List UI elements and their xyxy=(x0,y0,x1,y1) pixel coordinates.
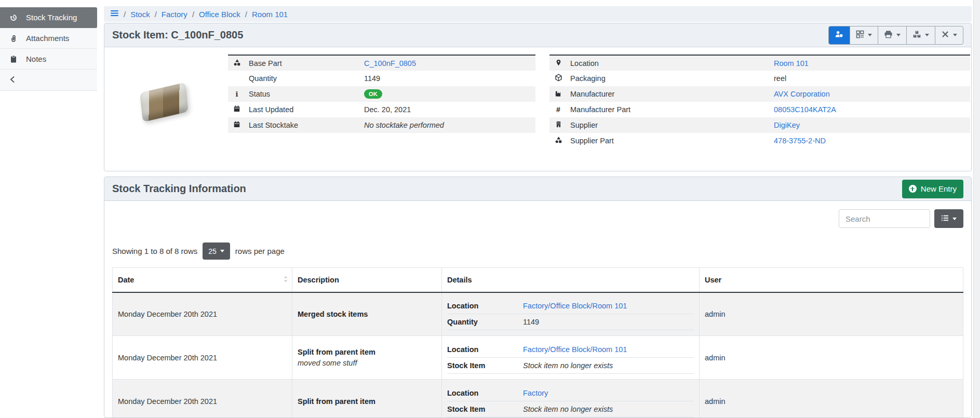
supplier-link[interactable]: DigiKey xyxy=(774,121,800,129)
table-row: Monday December 20th 2021 Split from par… xyxy=(113,380,963,418)
stock-item-toolbar xyxy=(828,26,963,45)
stock-tracking-panel-header: Stock Tracking Information New Entry xyxy=(104,177,971,201)
tracking-body: Showing 1 to 8 of 8 rows 25 rows per pag… xyxy=(104,209,971,418)
stock-item-missing-text: Stock item no longer exists xyxy=(523,361,613,370)
detail-sub-row: Location Factory/Office Block/Room 101 xyxy=(447,342,694,358)
table-row: Monday December 20th 2021 Split from par… xyxy=(113,336,963,380)
detail-label: Location xyxy=(567,55,771,71)
status-badge: OK xyxy=(364,89,382,99)
caret-down-icon xyxy=(953,34,957,36)
industry-icon xyxy=(555,90,562,99)
main-content: / Stock / Factory / Office Block / Room … xyxy=(104,0,972,418)
hamburger-icon xyxy=(111,9,119,19)
paperclip-icon xyxy=(9,34,18,43)
detail-sub-row: Stock Item Stock item no longer exists xyxy=(447,401,694,417)
detail-label: Last Stocktake xyxy=(246,117,361,133)
sidebar-item-stock-tracking[interactable]: Stock Tracking xyxy=(0,7,97,28)
page-size-value: 25 xyxy=(208,247,217,255)
location-link[interactable]: Factory/Office Block/Room 101 xyxy=(523,302,627,310)
column-header-description: Description xyxy=(292,268,442,292)
detail-sub-row: Location Factory xyxy=(447,385,694,401)
supplier-part-link[interactable]: 478-3755-2-ND xyxy=(774,137,826,145)
location-link[interactable]: Room 101 xyxy=(774,59,809,68)
printer-icon xyxy=(884,30,893,40)
sidebar-item-label: Notes xyxy=(26,55,46,63)
location-link[interactable]: Factory/Office Block/Room 101 xyxy=(523,345,627,354)
last-stocktake-value: No stocktake performed xyxy=(364,121,444,129)
sidebar-collapse-button[interactable] xyxy=(0,70,97,91)
entry-title: Split from parent item xyxy=(298,397,436,406)
column-header-details: Details xyxy=(442,268,700,292)
toolbar-stock-actions-button[interactable] xyxy=(906,26,935,44)
tracking-panel-title: Stock Tracking Information xyxy=(112,183,246,195)
scrollbar-track[interactable] xyxy=(973,0,980,418)
cube-icon xyxy=(555,75,562,83)
pagination-showing-text: Showing 1 to 8 of 8 rows xyxy=(112,247,197,255)
toolbar-qrcode-button[interactable] xyxy=(850,26,878,44)
calendar-icon xyxy=(233,122,240,130)
quantity-value: 1149 xyxy=(364,74,380,83)
stock-detail-table-right: Location Room 101 Packaging reel Manufac… xyxy=(549,55,970,149)
details-cell: Location Factory/Office Block/Room 101 S… xyxy=(442,336,700,380)
location-link[interactable]: Factory xyxy=(523,389,548,397)
details-cell: Location Factory Stock Item Stock item n… xyxy=(442,380,700,418)
manufacturer-part-link[interactable]: 08053C104KAT2A xyxy=(774,105,836,114)
last-updated-value: Dec. 20, 2021 xyxy=(364,105,411,114)
page-title: Stock Item: C_100nF_0805 xyxy=(112,29,243,41)
sidebar-item-label: Stock Tracking xyxy=(26,13,77,22)
breadcrumb-menu-button[interactable] xyxy=(111,9,119,19)
detail-row-manufacturer-part: # Manufacturer Part 08053C104KAT2A xyxy=(549,102,970,117)
stock-boxes-icon xyxy=(912,30,921,40)
breadcrumb-link-room-101[interactable]: Room 101 xyxy=(252,10,288,19)
detail-sub-row: Quantity 1149 xyxy=(447,314,694,330)
plus-circle-icon xyxy=(909,185,917,193)
caret-down-icon xyxy=(896,34,901,36)
stock-item-panel-header: Stock Item: C_100nF_0805 xyxy=(104,23,971,47)
search-input[interactable] xyxy=(839,209,930,228)
shapes-icon xyxy=(233,60,241,68)
new-entry-button[interactable]: New Entry xyxy=(902,180,963,198)
breadcrumb-link-stock[interactable]: Stock xyxy=(130,10,150,19)
map-marker-icon xyxy=(555,60,562,68)
sidebar-item-label: Attachments xyxy=(26,34,69,43)
user-cell: admin xyxy=(700,336,963,380)
date-cell: Monday December 20th 2021 xyxy=(113,336,292,380)
detail-row-packaging: Packaging reel xyxy=(549,71,970,86)
sort-icon[interactable] xyxy=(283,275,288,284)
breadcrumb-separator: / xyxy=(245,10,247,19)
entry-note: moved some stuff xyxy=(298,359,436,367)
breadcrumb-link-office-block[interactable]: Office Block xyxy=(199,10,240,19)
toolbar-user-shield-button[interactable] xyxy=(829,26,850,44)
toolbar-print-button[interactable] xyxy=(878,26,906,44)
toolbar-settings-button[interactable] xyxy=(935,26,963,44)
entry-title: Merged stock items xyxy=(298,310,436,318)
pagination-suffix-text: rows per page xyxy=(235,247,285,255)
sidebar-item-attachments[interactable]: Attachments xyxy=(0,28,97,49)
calendar-icon xyxy=(233,106,240,114)
caret-down-icon xyxy=(868,34,872,36)
detail-row-status: i Status OK xyxy=(228,86,535,102)
chevron-left-icon xyxy=(9,76,16,85)
building-icon xyxy=(555,122,562,130)
caret-down-icon xyxy=(220,250,224,252)
clipboard-icon xyxy=(9,55,18,63)
user-cell: admin xyxy=(700,292,963,336)
pagination-info: Showing 1 to 8 of 8 rows 25 rows per pag… xyxy=(112,242,963,260)
new-entry-label: New Entry xyxy=(921,184,957,193)
detail-row-supplier-part: Supplier Part 478-3755-2-ND xyxy=(549,133,970,149)
detail-label: Packaging xyxy=(567,71,771,86)
sidebar-item-notes[interactable]: Notes xyxy=(0,49,97,70)
table-controls xyxy=(112,209,963,228)
base-part-link[interactable]: C_100nF_0805 xyxy=(364,59,416,68)
manufacturer-link[interactable]: AVX Corporation xyxy=(774,90,830,98)
column-header-date[interactable]: Date xyxy=(113,268,292,292)
breadcrumb-link-factory[interactable]: Factory xyxy=(162,10,187,19)
table-row: Monday December 20th 2021 Merged stock i… xyxy=(113,292,963,336)
date-cell: Monday December 20th 2021 xyxy=(113,380,292,418)
tools-icon xyxy=(941,30,949,40)
page-size-dropdown[interactable]: 25 xyxy=(203,242,230,260)
columns-dropdown-button[interactable] xyxy=(934,209,963,228)
detail-row-last-stocktake: Last Stocktake No stocktake performed xyxy=(228,117,535,133)
part-thumbnail-image[interactable] xyxy=(138,84,192,122)
detail-row-base-part: Base Part C_100nF_0805 xyxy=(228,55,535,71)
